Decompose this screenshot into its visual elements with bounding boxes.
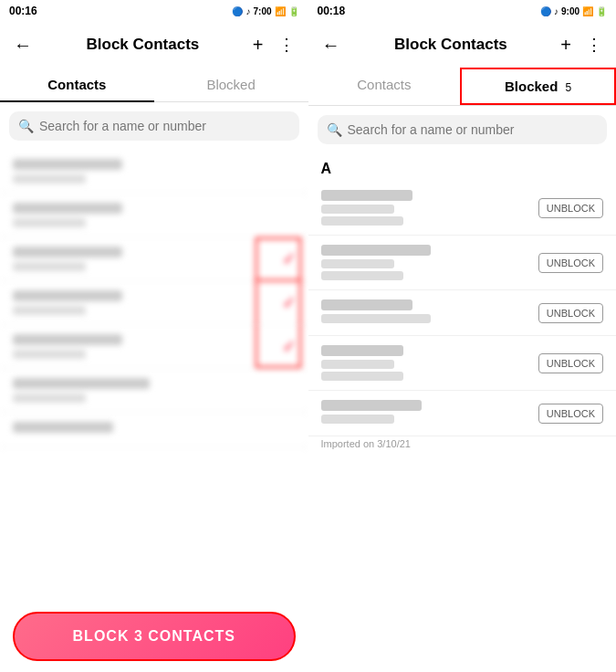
- check-icon: ✓: [282, 337, 296, 357]
- blocked-count-badge: 5: [566, 81, 572, 94]
- check-icon: ✓: [282, 249, 296, 269]
- more-button-right[interactable]: ⋮: [582, 31, 607, 58]
- unblock-button[interactable]: UNBLOCK: [538, 253, 603, 273]
- unblock-button[interactable]: UNBLOCK: [538, 198, 603, 218]
- header-left: ← Block Contacts + ⋮: [0, 22, 308, 68]
- status-bar-left: 00:16 🔵 ♪ 7:00 📶 🔋: [0, 0, 308, 22]
- right-panel: 00:18 🔵 ♪ 9:00 📶 🔋 ← Block Contacts + ⋮ …: [308, 0, 617, 672]
- contact-list-left: ✓ ✓ ✓: [0, 150, 308, 601]
- time-right: 00:18: [318, 5, 346, 17]
- blocked-list-item[interactable]: UNBLOCK: [308, 236, 617, 290]
- bluetooth-icon-right: 🔵: [540, 6, 551, 16]
- block-contacts-button[interactable]: BLOCK 3 CONTACTS: [13, 612, 296, 661]
- back-button-right[interactable]: ←: [318, 30, 345, 60]
- tabs-right: Contacts Blocked 5: [308, 68, 617, 106]
- blocked-contact-list: UNBLOCK UNBLOCK UNBLOCK: [308, 181, 617, 672]
- tab-blocked-left[interactable]: Blocked: [154, 68, 308, 101]
- status-bar-right: 00:18 🔵 ♪ 9:00 📶 🔋: [308, 0, 617, 22]
- blocked-list-item[interactable]: UNBLOCK: [308, 391, 617, 436]
- page-title-left: Block Contacts: [37, 36, 249, 54]
- check-icon: ✓: [282, 293, 296, 313]
- search-input-left[interactable]: [39, 119, 290, 133]
- left-panel: 00:16 🔵 ♪ 7:00 📶 🔋 ← Block Contacts + ⋮ …: [0, 0, 308, 672]
- music-icon-right: ♪: [554, 6, 559, 16]
- imported-label: Imported on 3/10/21: [308, 436, 617, 457]
- battery-icon: 🔋: [288, 6, 299, 16]
- add-button-left[interactable]: +: [249, 31, 267, 59]
- list-item[interactable]: ✓: [0, 325, 308, 369]
- unblock-button[interactable]: UNBLOCK: [538, 404, 603, 424]
- search-input-right[interactable]: [348, 122, 599, 137]
- list-item[interactable]: [0, 369, 308, 413]
- tabs-left: Contacts Blocked: [0, 68, 308, 102]
- list-item[interactable]: [0, 150, 308, 194]
- battery-icon-right: 🔋: [596, 6, 607, 16]
- header-actions-right: + ⋮: [557, 31, 607, 59]
- list-item[interactable]: ✓: [0, 281, 308, 325]
- block-button-container: BLOCK 3 CONTACTS: [0, 601, 308, 672]
- search-bar-right: 🔍: [318, 115, 608, 144]
- signal-icon: 📶: [275, 6, 286, 16]
- tab-contacts-left[interactable]: Contacts: [0, 68, 154, 101]
- time-left: 00:16: [9, 5, 37, 17]
- tab-blocked-right[interactable]: Blocked 5: [460, 68, 616, 105]
- list-item[interactable]: ✓: [0, 237, 308, 281]
- search-bar-left: 🔍: [9, 111, 299, 141]
- list-item[interactable]: [0, 194, 308, 237]
- unblock-button[interactable]: UNBLOCK: [538, 303, 603, 323]
- page-title-right: Block Contacts: [345, 36, 558, 54]
- data-speed-right: 9:00: [561, 6, 579, 16]
- data-speed: 7:00: [253, 6, 271, 16]
- bluetooth-icon: 🔵: [232, 6, 243, 16]
- unblock-button[interactable]: UNBLOCK: [538, 353, 603, 373]
- blocked-list-item[interactable]: UNBLOCK: [308, 336, 617, 391]
- status-icons-right: 🔵 ♪ 9:00 📶 🔋: [540, 6, 607, 16]
- back-button-left[interactable]: ←: [9, 30, 37, 60]
- tab-contacts-right[interactable]: Contacts: [308, 68, 461, 105]
- more-button-left[interactable]: ⋮: [275, 31, 299, 58]
- header-right: ← Block Contacts + ⋮: [308, 22, 617, 68]
- blocked-list-item[interactable]: UNBLOCK: [308, 181, 617, 236]
- signal-icon-right: 📶: [582, 6, 593, 16]
- search-icon-left: 🔍: [18, 119, 34, 133]
- search-icon-right: 🔍: [327, 122, 342, 137]
- list-item[interactable]: [0, 413, 308, 447]
- header-actions-left: + ⋮: [249, 31, 299, 59]
- add-button-right[interactable]: +: [557, 31, 575, 59]
- status-icons-left: 🔵 ♪ 7:00 📶 🔋: [232, 6, 298, 16]
- music-icon: ♪: [245, 6, 250, 16]
- blocked-list-item[interactable]: UNBLOCK: [308, 290, 617, 336]
- section-header-a: A: [308, 153, 617, 181]
